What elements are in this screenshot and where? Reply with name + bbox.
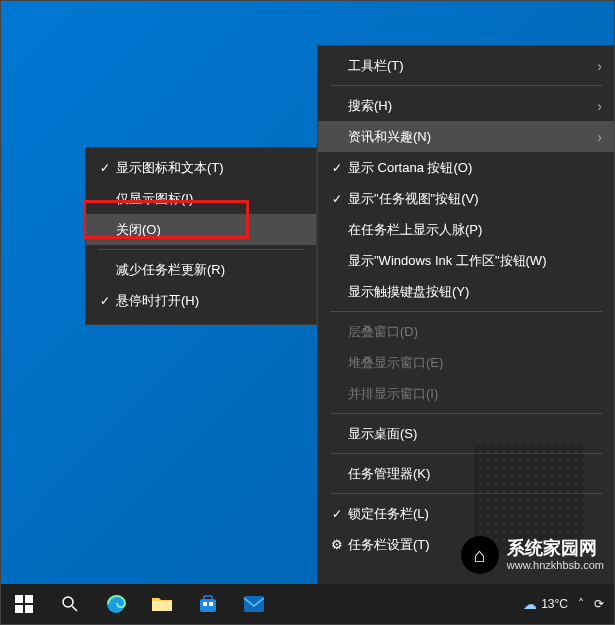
submenu-item-reduce-updates[interactable]: 减少任务栏更新(R) bbox=[86, 254, 316, 285]
weather-icon: ☁ bbox=[523, 596, 537, 612]
taskbar-app-store[interactable] bbox=[185, 584, 231, 624]
edge-icon bbox=[105, 593, 127, 615]
svg-rect-2 bbox=[15, 605, 23, 613]
svg-rect-7 bbox=[152, 601, 172, 611]
check-icon: ✓ bbox=[94, 294, 116, 308]
menu-item-cascade: 层叠窗口(D) bbox=[318, 316, 614, 347]
menu-item-label: 显示"Windows Ink 工作区"按钮(W) bbox=[348, 252, 602, 270]
menu-item-sidebyside: 并排显示窗口(I) bbox=[318, 378, 614, 409]
menu-separator bbox=[98, 249, 304, 250]
menu-item-touchkb[interactable]: 显示触摸键盘按钮(Y) bbox=[318, 276, 614, 307]
svg-rect-1 bbox=[25, 595, 33, 603]
chevron-right-icon: › bbox=[591, 98, 602, 114]
menu-item-cortana[interactable]: ✓ 显示 Cortana 按钮(O) bbox=[318, 152, 614, 183]
menu-separator bbox=[330, 413, 602, 414]
tray-icon-generic[interactable]: ⟳ bbox=[594, 597, 604, 611]
search-icon bbox=[61, 595, 79, 613]
menu-item-label: 显示桌面(S) bbox=[348, 425, 602, 443]
taskbar-app-mail[interactable] bbox=[231, 584, 277, 624]
start-button[interactable] bbox=[1, 584, 47, 624]
menu-item-search[interactable]: 搜索(H) › bbox=[318, 90, 614, 121]
svg-rect-12 bbox=[244, 596, 264, 612]
submenu-item-off[interactable]: 关闭(O) bbox=[86, 214, 316, 245]
menu-item-label: 关闭(O) bbox=[116, 221, 304, 239]
menu-item-label: 显示 Cortana 按钮(O) bbox=[348, 159, 602, 177]
menu-item-label: 工具栏(T) bbox=[348, 57, 591, 75]
folder-icon bbox=[151, 595, 173, 613]
menu-item-label: 堆叠显示窗口(E) bbox=[348, 354, 602, 372]
submenu-item-icon-and-text[interactable]: ✓ 显示图标和文本(T) bbox=[86, 152, 316, 183]
search-button[interactable] bbox=[47, 584, 93, 624]
svg-rect-0 bbox=[15, 595, 23, 603]
menu-item-news-interests[interactable]: 资讯和兴趣(N) › bbox=[318, 121, 614, 152]
menu-item-label: 悬停时打开(H) bbox=[116, 292, 304, 310]
taskbar-left bbox=[1, 584, 277, 624]
svg-rect-3 bbox=[25, 605, 33, 613]
watermark-logo-icon: ⌂ bbox=[461, 536, 499, 574]
chevron-right-icon: › bbox=[591, 129, 602, 145]
menu-item-label: 在任务栏上显示人脉(P) bbox=[348, 221, 602, 239]
mail-icon bbox=[243, 595, 265, 613]
watermark-title: 系统家园网 bbox=[507, 538, 604, 560]
menu-item-stacked: 堆叠显示窗口(E) bbox=[318, 347, 614, 378]
menu-item-label: 减少任务栏更新(R) bbox=[116, 261, 304, 279]
weather-temp: 13°C bbox=[541, 597, 568, 611]
check-icon: ✓ bbox=[326, 192, 348, 206]
taskbar-app-explorer[interactable] bbox=[139, 584, 185, 624]
check-icon: ✓ bbox=[326, 507, 348, 521]
svg-rect-10 bbox=[203, 602, 207, 606]
check-icon: ✓ bbox=[326, 161, 348, 175]
menu-item-label: 显示触摸键盘按钮(Y) bbox=[348, 283, 602, 301]
tray-overflow-button[interactable]: ˄ bbox=[578, 597, 584, 611]
svg-rect-11 bbox=[209, 602, 213, 606]
windows-icon bbox=[15, 595, 33, 613]
chevron-right-icon: › bbox=[591, 58, 602, 74]
store-icon bbox=[198, 594, 218, 614]
menu-item-label: 显示"任务视图"按钮(V) bbox=[348, 190, 602, 208]
submenu-item-hover-open[interactable]: ✓ 悬停时打开(H) bbox=[86, 285, 316, 316]
news-interests-submenu: ✓ 显示图标和文本(T) 仅显示图标(I) 关闭(O) 减少任务栏更新(R) ✓… bbox=[85, 147, 317, 325]
watermark-url: www.hnzkhbsb.com bbox=[507, 559, 604, 572]
weather-widget[interactable]: ☁ 13°C bbox=[523, 596, 568, 612]
gear-icon: ⚙ bbox=[326, 537, 348, 552]
menu-item-label: 显示图标和文本(T) bbox=[116, 159, 304, 177]
menu-item-label: 层叠窗口(D) bbox=[348, 323, 602, 341]
svg-line-5 bbox=[72, 606, 77, 611]
menu-item-label: 资讯和兴趣(N) bbox=[348, 128, 591, 146]
menu-item-toolbar[interactable]: 工具栏(T) › bbox=[318, 50, 614, 81]
taskbar: ☁ 13°C ˄ ⟳ bbox=[1, 584, 614, 624]
menu-item-ink[interactable]: 显示"Windows Ink 工作区"按钮(W) bbox=[318, 245, 614, 276]
menu-separator bbox=[330, 311, 602, 312]
watermark: ⌂ 系统家园网 www.hnzkhbsb.com bbox=[461, 536, 604, 574]
menu-item-label: 搜索(H) bbox=[348, 97, 591, 115]
taskbar-app-edge[interactable] bbox=[93, 584, 139, 624]
check-icon: ✓ bbox=[94, 161, 116, 175]
menu-item-people[interactable]: 在任务栏上显示人脉(P) bbox=[318, 214, 614, 245]
svg-point-4 bbox=[63, 597, 73, 607]
menu-item-label: 并排显示窗口(I) bbox=[348, 385, 602, 403]
submenu-item-icon-only[interactable]: 仅显示图标(I) bbox=[86, 183, 316, 214]
taskbar-right: ☁ 13°C ˄ ⟳ bbox=[523, 596, 614, 612]
menu-item-label: 仅显示图标(I) bbox=[116, 190, 304, 208]
menu-separator bbox=[330, 85, 602, 86]
svg-rect-9 bbox=[204, 596, 212, 601]
menu-item-taskview[interactable]: ✓ 显示"任务视图"按钮(V) bbox=[318, 183, 614, 214]
